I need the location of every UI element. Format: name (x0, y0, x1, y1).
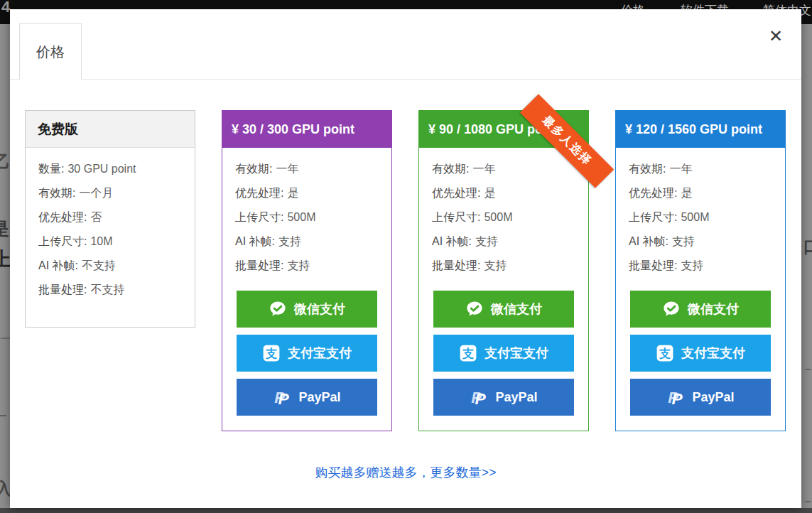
feature-upload-size: 上传尺寸:500M (629, 205, 772, 230)
pay-label: 微信支付 (491, 301, 542, 318)
svg-text:支: 支 (659, 347, 671, 360)
wechat-pay-button[interactable]: 微信支付 (237, 291, 377, 328)
alipay-icon: 支 (262, 344, 281, 362)
feature-priority: 优先处理:是 (235, 181, 379, 205)
wechat-pay-icon (662, 300, 681, 318)
feature-validity: 有效期:一年 (629, 157, 772, 181)
plan-card-90: 最多人选择 ¥ 90 / 1080 GPU point 有效期:一年 优先处理:… (418, 110, 589, 431)
close-icon[interactable]: ✕ (769, 28, 783, 45)
plan-title: ¥ 30 / 300 GPU point (222, 111, 391, 148)
feature-validity: 有效期:一个月 (38, 181, 182, 205)
pricing-modal: 价格 ✕ 免费版 数量:30 GPU point 有效期:一个月 优先处理:否 … (10, 9, 801, 508)
feature-ai-interpolation: AI 补帧:支持 (235, 230, 379, 254)
payment-buttons: 微信支付 支 支付宝支付 PP PayPal (237, 291, 377, 416)
plan-card-120: ¥ 120 / 1560 GPU point 有效期:一年 优先处理:是 上传尺… (615, 110, 786, 431)
plan-title: ¥ 120 / 1560 GPU point (616, 111, 785, 148)
page-fragment: 是 (0, 220, 9, 237)
pay-label: 微信支付 (294, 301, 345, 318)
modal-tabs-bar: 价格 (10, 9, 801, 80)
feature-upload-size: 上传尺寸:10M (38, 230, 182, 254)
paypal-icon: PP (666, 388, 685, 406)
payment-buttons: 微信支付 支 支付宝支付 PP PayPal (630, 291, 771, 416)
pay-label: 支付宝支付 (485, 345, 548, 362)
page-fragment: 口 (803, 239, 812, 255)
feature-priority: 优先处理:是 (432, 181, 575, 205)
alipay-pay-button[interactable]: 支 支付宝支付 (630, 335, 771, 372)
feature-batch: 批量处理:不支持 (38, 278, 182, 302)
page-fragment: — (0, 410, 6, 421)
pay-label: 微信支付 (688, 301, 739, 318)
wechat-pay-icon (269, 300, 287, 318)
plan-features: 有效期:一年 优先处理:是 上传尺寸:500M AI 补帧:支持 批量处理:支持 (222, 148, 391, 278)
feature-priority: 优先处理:是 (629, 181, 772, 205)
wechat-pay-icon (465, 300, 484, 318)
plan-card-30: ¥ 30 / 300 GPU point 有效期:一年 优先处理:是 上传尺寸:… (222, 110, 392, 431)
alipay-icon: 支 (656, 344, 674, 362)
page-fragment: 乙 (0, 153, 10, 171)
feature-ai-interpolation: AI 补帧:支持 (432, 230, 575, 254)
footer: 购买越多赠送越多，更多数量>> (10, 464, 801, 481)
alipay-pay-button[interactable]: 支 支付宝支付 (237, 335, 377, 372)
page-fragment: – (805, 364, 811, 375)
feature-validity: 有效期:一年 (235, 157, 379, 181)
site-logo-fragment: 4 (1, 0, 10, 16)
feature-validity: 有效期:一年 (432, 157, 575, 181)
plan-features: 有效期:一年 优先处理:是 上传尺寸:500M AI 补帧:支持 批量处理:支持 (616, 148, 785, 278)
paypal-pay-button[interactable]: PP PayPal (237, 379, 377, 416)
feature-priority: 优先处理:否 (38, 205, 182, 230)
plan-features: 数量:30 GPU point 有效期:一个月 优先处理:否 上传尺寸:10M … (26, 148, 195, 302)
paypal-icon: PP (470, 388, 488, 406)
alipay-pay-button[interactable]: 支 支付宝支付 (433, 335, 574, 372)
feature-quantity: 数量:30 GPU point (38, 157, 182, 181)
wechat-pay-button[interactable]: 微信支付 (630, 291, 771, 328)
pay-label: 支付宝支付 (288, 345, 352, 362)
pay-label: PayPal (298, 390, 340, 405)
feature-upload-size: 上传尺寸:500M (432, 205, 575, 230)
wechat-pay-button[interactable]: 微信支付 (433, 291, 574, 328)
pay-label: PayPal (495, 390, 537, 405)
feature-ai-interpolation: AI 补帧:不支持 (38, 254, 182, 278)
page-fragment: – (805, 496, 811, 507)
svg-text:P: P (278, 389, 290, 406)
feature-upload-size: 上传尺寸:500M (235, 205, 379, 230)
feature-ai-interpolation: AI 补帧:支持 (629, 230, 772, 254)
page-fragment (0, 508, 812, 513)
svg-text:支: 支 (265, 347, 278, 360)
pay-label: PayPal (692, 390, 734, 405)
feature-batch: 批量处理:支持 (235, 254, 379, 278)
feature-batch: 批量处理:支持 (432, 254, 575, 278)
paypal-pay-button[interactable]: PP PayPal (630, 379, 771, 416)
plan-card-free: 免费版 数量:30 GPU point 有效期:一个月 优先处理:否 上传尺寸:… (25, 110, 195, 328)
svg-text:P: P (475, 389, 487, 406)
svg-text:支: 支 (462, 347, 475, 360)
paypal-icon: PP (273, 388, 291, 406)
payment-buttons: 微信支付 支 支付宝支付 PP PayPal (433, 291, 574, 416)
plan-features: 有效期:一年 优先处理:是 上传尺寸:500M AI 补帧:支持 批量处理:支持 (419, 148, 588, 278)
alipay-icon: 支 (459, 344, 477, 362)
tab-price[interactable]: 价格 (19, 23, 82, 80)
svg-text:P: P (672, 389, 683, 406)
pay-label: 支付宝支付 (681, 345, 745, 362)
buy-more-link[interactable]: 购买越多赠送越多，更多数量>> (315, 465, 496, 480)
paypal-pay-button[interactable]: PP PayPal (433, 379, 574, 416)
feature-batch: 批量处理:支持 (629, 254, 772, 278)
plan-title: 免费版 (26, 111, 195, 148)
